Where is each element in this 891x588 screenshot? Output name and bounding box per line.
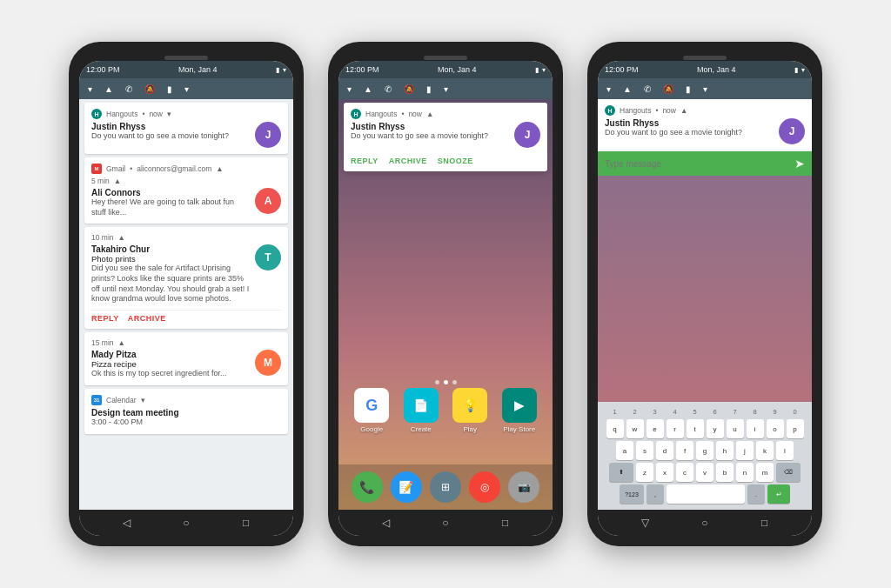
gmail-body-3: Ok this is my top secret ingredient for.… (91, 369, 250, 379)
dock-docs[interactable]: 📝 (391, 471, 422, 503)
home-banner-actions: REPLY ARCHIVE SNOOZE (351, 153, 540, 165)
key-k[interactable]: k (756, 441, 774, 460)
recents-btn-2[interactable]: □ (497, 514, 514, 531)
key-z[interactable]: z (636, 463, 653, 482)
key-t[interactable]: t (687, 419, 704, 438)
key-w[interactable]: w (626, 419, 644, 438)
home-btn-3[interactable]: ○ (696, 514, 713, 531)
recents-btn-3[interactable]: □ (756, 514, 774, 531)
home-archive-btn[interactable]: ARCHIVE (389, 157, 427, 165)
key-p[interactable]: p (787, 419, 804, 438)
key-o[interactable]: o (767, 419, 784, 438)
back-btn-2[interactable]: ◁ (377, 514, 394, 531)
key-h[interactable]: h (716, 441, 734, 460)
key-i[interactable]: i (747, 419, 764, 438)
num-4: 4 (667, 405, 684, 418)
key-num-switch[interactable]: ?123 (620, 484, 644, 504)
key-n[interactable]: n (736, 463, 754, 482)
back-btn-3[interactable]: ▽ (636, 514, 653, 531)
send-button[interactable]: ➤ (794, 157, 805, 170)
home-banner-sender: Justin Rhyss (351, 122, 509, 131)
back-btn-1[interactable]: ◁ (117, 514, 135, 531)
key-j[interactable]: j (736, 441, 754, 460)
gmail-notification-3[interactable]: 15 min ▲ Mady Pitza Pizza recipe Ok this… (84, 332, 288, 385)
notif-icons-row-1: ▾ ▲ ✆ 🔕 ▮ ▾ (79, 78, 293, 99)
home-notif-banner[interactable]: H Hangouts • now ▲ Justin Rhyss Do you w… (344, 103, 547, 171)
key-q[interactable]: q (606, 419, 624, 438)
num-7: 7 (727, 405, 744, 418)
dock-bar: 📞 📝 ⊞ ◎ 📷 (338, 464, 553, 510)
recents-btn-1[interactable]: □ (238, 514, 255, 531)
phone-2-screen: 12:00 PM Mon, Jan 4 ▮ ▾ ▾ ▲ ✆ 🔕 ▮ ▾ (338, 61, 553, 536)
key-e[interactable]: e (646, 419, 664, 438)
notif-shade: H Hangouts • now ▾ Justin Rhyss Do you w… (79, 99, 293, 510)
dot-3 (452, 380, 457, 384)
gmail-notif-content-1: Ali Connors Hey there! We are going to t… (91, 188, 250, 217)
key-enter[interactable]: ↵ (767, 484, 790, 504)
status-bar-3: 12:00 PM Mon, Jan 4 ▮ ▾ (598, 61, 812, 78)
phone-3-screen: 12:00 PM Mon, Jan 4 ▮ ▾ ▾ ▲ ✆ 🔕 ▮ ▾ (598, 61, 812, 536)
key-shift[interactable]: ⬆ (609, 463, 633, 482)
key-x[interactable]: x (656, 463, 673, 482)
home-btn-2[interactable]: ○ (437, 514, 454, 531)
gmail-notif-header-1: M Gmail • aliconnors@gmail.com ▲ (91, 164, 281, 174)
reply-input-field[interactable] (605, 159, 789, 169)
play-icon: 💡 (452, 388, 487, 423)
home-banner-dot: • (401, 110, 404, 118)
key-b[interactable]: b (716, 463, 734, 482)
key-u[interactable]: u (727, 419, 744, 438)
dock-apps[interactable]: ⊞ (430, 471, 461, 503)
gmail-notification-1[interactable]: M Gmail • aliconnors@gmail.com ▲ 5 min ▲… (84, 157, 288, 224)
reply-notif-header: H Hangouts • now ▲ (605, 105, 805, 116)
calendar-app-name: Calendar (106, 396, 137, 404)
gmail-reply-btn-2[interactable]: REPLY (91, 314, 119, 323)
key-l[interactable]: l (776, 441, 794, 460)
gmail-archive-btn-2[interactable]: ARCHIVE (128, 314, 166, 323)
create-icon: 📄 (404, 388, 439, 423)
calendar-notification[interactable]: 31 Calendar ▾ Design team meeting 3:00 -… (84, 389, 288, 434)
hangouts-app-name: Hangouts (106, 110, 137, 118)
key-g[interactable]: g (696, 441, 713, 460)
key-f[interactable]: f (676, 441, 693, 460)
key-space[interactable] (667, 484, 745, 504)
home-reply-btn[interactable]: REPLY (351, 157, 379, 165)
gmail-time-chevron-2: ▲ (118, 233, 125, 242)
gmail-avatar-1: A (255, 188, 281, 214)
key-backspace[interactable]: ⌫ (776, 463, 801, 482)
key-period[interactable]: . (747, 484, 765, 504)
dock-camera[interactable]: 📷 (508, 471, 539, 503)
home-btn-1[interactable]: ○ (178, 514, 195, 531)
dock-phone-icon: 📞 (359, 480, 374, 494)
chevron-icon-3: ▾ (801, 66, 805, 74)
hangouts-notification[interactable]: H Hangouts • now ▾ Justin Rhyss Do you w… (84, 103, 288, 154)
hangouts-notif-header: H Hangouts • now ▾ (91, 109, 281, 119)
app-play-store[interactable]: ▶ Play Store (498, 388, 541, 433)
key-c[interactable]: c (676, 463, 693, 482)
key-a[interactable]: a (616, 441, 633, 460)
battery-icon-1: ▮ (276, 66, 279, 74)
status-date-3: Mon, Jan 4 (697, 65, 736, 74)
app-create[interactable]: 📄 Create (399, 388, 443, 433)
key-r[interactable]: r (667, 419, 684, 438)
play-label: Play (463, 425, 477, 433)
key-s[interactable]: s (636, 441, 653, 460)
dock-chrome[interactable]: ◎ (469, 471, 500, 503)
gmail-notification-2[interactable]: 10 min ▲ Takahiro Chur Photo prints Did … (84, 227, 288, 329)
reply-app-name: Hangouts (620, 106, 651, 115)
key-v[interactable]: v (696, 463, 713, 482)
key-comma[interactable]: , (646, 484, 664, 504)
call-icon-1: ✆ (125, 84, 132, 94)
wifi-icon-2: ▾ (347, 84, 352, 94)
num-0: 0 (787, 405, 804, 418)
key-y[interactable]: y (707, 419, 724, 438)
app-google[interactable]: G Google (350, 388, 393, 433)
app-play[interactable]: 💡 Play (448, 388, 492, 433)
keyboard-area: 1 2 3 4 5 6 7 8 9 0 q w e (598, 402, 812, 510)
key-d[interactable]: d (656, 441, 673, 460)
dock-phone[interactable]: 📞 (352, 471, 383, 503)
num-8: 8 (747, 405, 764, 418)
expand-icon-2: ▾ (444, 84, 448, 94)
nav-bar-3: ▽ ○ □ (598, 510, 812, 536)
key-m[interactable]: m (756, 463, 774, 482)
home-snooze-btn[interactable]: SNOOZE (438, 157, 473, 165)
